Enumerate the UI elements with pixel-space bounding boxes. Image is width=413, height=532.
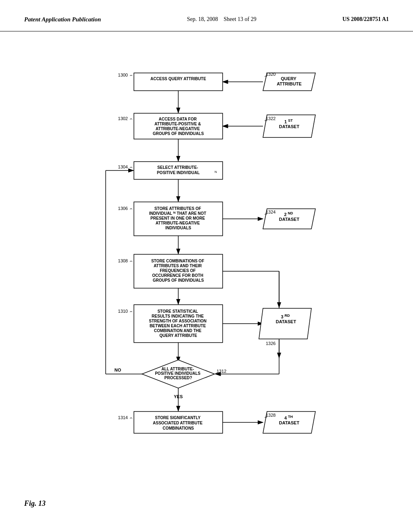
no-label: NO — [115, 368, 121, 372]
node-1300: ACCESS QUERY ATTRIBUTE 1300 — [118, 73, 223, 91]
node-1320: QUERY ATTRIBUTE 1320 — [263, 72, 315, 91]
svg-text:1314: 1314 — [118, 415, 128, 420]
svg-text:1312: 1312 — [217, 369, 226, 374]
svg-text:1308: 1308 — [118, 258, 128, 263]
node-1308: STORE COMBINATIONS OF ATTRIBUTES AND THE… — [118, 254, 223, 288]
node-1328: 4 TH DATASET 1328 — [263, 411, 315, 433]
svg-text:1306: 1306 — [118, 206, 128, 211]
header-date: Sep. 18, 2008 — [187, 16, 218, 22]
svg-text:N: N — [215, 170, 217, 174]
header-date-sheet: Sep. 18, 2008 Sheet 13 of 29 — [187, 16, 256, 23]
svg-text:1328: 1328 — [266, 413, 275, 418]
svg-text:ACCESS QUERY ATTRIBUTE: ACCESS QUERY ATTRIBUTE — [150, 77, 206, 81]
svg-text:1304: 1304 — [118, 164, 128, 169]
svg-text:1322: 1322 — [266, 116, 275, 121]
node-1314: STORE SIGNIFICANTLY ASSOCIATED ATTRIBUTE… — [118, 411, 223, 433]
svg-text:1320: 1320 — [266, 72, 275, 77]
node-1306: STORE ATTRIBUTES OF INDIVIDUAL N THAT AR… — [118, 202, 223, 236]
svg-text:1300: 1300 — [118, 73, 128, 77]
header-sheet: Sheet 13 of 29 — [223, 16, 256, 22]
svg-text:1302: 1302 — [118, 116, 128, 121]
node-1324: 2 ND DATASET 1324 — [263, 209, 315, 229]
node-1304: SELECT ATTRIBUTE- POSITIVE INDIVIDUAL N … — [118, 162, 223, 179]
svg-rect-19 — [134, 73, 223, 91]
node-1312: ALL ATTRIBUTE- POSITIVE INDIVIDUALS PROC… — [142, 360, 226, 388]
header-patent-number: US 2008/228751 A1 — [342, 16, 389, 23]
node-1322: 1 ST DATASET 1322 — [263, 115, 315, 137]
svg-text:1324: 1324 — [266, 210, 275, 214]
diagram-area: ACCESS QUERY ATTRIBUTE 1300 ACCESS DATA … — [0, 35, 413, 487]
yes-label: YES — [174, 394, 183, 399]
node-dataset3: 3 RD DATASET 1326 — [259, 308, 311, 346]
svg-text:1326: 1326 — [266, 341, 275, 346]
figure-label: Fig. 13 — [24, 499, 46, 508]
header-publication-label: Patent Application Publication — [24, 16, 101, 23]
node-1310: STORE STATISTICAL RESULTS INDICATING THE… — [118, 305, 223, 343]
page-header: Patent Application Publication Sep. 18, … — [0, 0, 413, 31]
flowchart-svg: ACCESS QUERY ATTRIBUTE 1300 ACCESS DATA … — [65, 44, 348, 487]
patent-page: Patent Application Publication Sep. 18, … — [0, 0, 413, 532]
svg-text:1310: 1310 — [118, 309, 128, 314]
node-1302: ACCESS DATA FOR ATTRIBUTE-POSITIVE & ATT… — [118, 113, 223, 139]
svg-text:ACCESS DATA FOR
          ATTR: ACCESS DATA FOR ATTRIBUTE-POSITIVE & ATT… — [153, 117, 204, 136]
